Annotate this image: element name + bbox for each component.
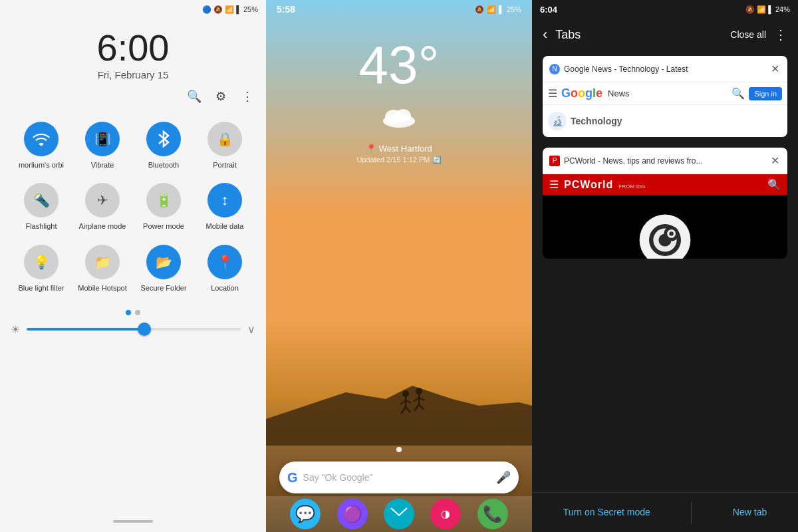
google-g-logo: G bbox=[287, 470, 298, 485]
qs-flashlight[interactable]: 🔦 Flashlight bbox=[11, 176, 72, 237]
bluetooth-icon: 🔵 bbox=[202, 5, 211, 14]
pcw-steam-content bbox=[543, 195, 787, 259]
tab-preview-google-news: ☰ Google News 🔍 Sign in 🔬 Technology bbox=[543, 82, 787, 137]
tab-header-google-news: N Google News - Technology - Latest ✕ bbox=[543, 56, 787, 82]
tab-google-news[interactable]: N Google News - Technology - Latest ✕ ☰ … bbox=[543, 56, 787, 137]
new-tab-button[interactable]: New tab bbox=[733, 506, 767, 518]
gn-signin-button[interactable]: Sign in bbox=[749, 87, 782, 100]
tab-preview-pcworld: ☰ PCWorld FROM IDG 🔍 bbox=[543, 174, 787, 259]
status-bar-panel1: 🔵 🔕 📶 ▌ 25% bbox=[0, 0, 266, 19]
brightness-expand-icon[interactable]: ∨ bbox=[247, 323, 255, 336]
brightness-thumb[interactable] bbox=[138, 323, 151, 336]
portrait-tile-icon: 🔒 bbox=[207, 122, 242, 156]
status-time-3: 6:04 bbox=[540, 5, 557, 15]
mute-icon: 🔕 bbox=[213, 5, 223, 14]
signal-icon: ▌ bbox=[236, 5, 241, 13]
signal-icon-2: ▌ bbox=[499, 5, 504, 13]
pcw-menu-icon: ☰ bbox=[549, 178, 559, 191]
svg-point-4 bbox=[402, 390, 409, 397]
status-time-2: 5:58 bbox=[277, 4, 295, 15]
secret-mode-button[interactable]: Turn on Secret mode bbox=[563, 506, 650, 518]
weather-cloud-icon bbox=[379, 98, 419, 137]
gn-search-icon: 🔍 bbox=[732, 87, 745, 100]
tab-title-google-news: Google News - Technology - Latest bbox=[564, 65, 769, 74]
gn-tech-section: 🔬 Technology bbox=[548, 109, 782, 133]
wifi-icon-3: 📶 bbox=[757, 5, 766, 14]
tabs-bottom-bar: Turn on Secret mode New tab bbox=[532, 492, 798, 532]
qs-location[interactable]: 📍 Location bbox=[194, 238, 255, 299]
svg-point-25 bbox=[669, 231, 673, 235]
svg-text:◑: ◑ bbox=[441, 508, 450, 519]
microphone-icon[interactable]: 🎤 bbox=[496, 470, 511, 485]
page-dot-center bbox=[396, 447, 402, 452]
dock-app4[interactable]: ◑ bbox=[430, 499, 461, 529]
weather-location: 📍 West Hartford Updated 2/15 1:12 PM 🔄 bbox=[356, 144, 441, 164]
more-options-icon[interactable]: ⋮ bbox=[239, 88, 255, 104]
airplane-tile-icon: ✈ bbox=[85, 183, 120, 217]
qs-hotspot[interactable]: 📁 Mobile Hotspot bbox=[72, 238, 133, 299]
tab-close-google-news[interactable]: ✕ bbox=[769, 61, 781, 76]
dock-phone[interactable]: 📞 bbox=[477, 499, 508, 529]
quick-settings-panel: 🔵 🔕 📶 ▌ 25% 6:00 Fri, February 15 🔍 ⚙ ⋮ … bbox=[0, 0, 266, 532]
dot-2 bbox=[135, 310, 140, 315]
securefolder-tile-icon: 📂 bbox=[146, 245, 181, 279]
home-screen-panel: 5:58 🔕 📶 ▌ 25% 43° 📍 West Hartford Updat… bbox=[266, 0, 532, 532]
qs-airplane-label: Airplane mode bbox=[79, 221, 126, 231]
tabs-header: ‹ Tabs Close all ⋮ bbox=[532, 19, 798, 51]
weather-widget: 43° 📍 West Hartford Updated 2/15 1:12 PM… bbox=[266, 19, 532, 164]
app-dock: 💬 🟣 ◑ 📞 bbox=[266, 496, 532, 532]
qs-securefolder[interactable]: 📂 Secure Folder bbox=[133, 238, 194, 299]
qs-mobiledata[interactable]: ↕ Mobile data bbox=[194, 176, 255, 237]
qs-bluetooth-label: Bluetooth bbox=[148, 160, 179, 170]
gn-news-label: News bbox=[608, 88, 630, 98]
more-options-button[interactable]: ⋮ bbox=[774, 27, 787, 43]
svg-marker-3 bbox=[266, 386, 532, 446]
quick-settings-grid: morlium's orbi 📳 Vibrate Bluetooth 🔒 Por… bbox=[0, 110, 266, 305]
dock-messages[interactable]: 💬 bbox=[290, 499, 321, 529]
clock-time: 6:00 bbox=[0, 29, 266, 66]
weather-updated-label: Updated 2/15 1:12 PM 🔄 bbox=[356, 156, 441, 164]
brightness-slider[interactable] bbox=[27, 328, 241, 331]
qs-mobiledata-label: Mobile data bbox=[206, 221, 244, 231]
brightness-control[interactable]: ☀ ∨ bbox=[0, 321, 266, 341]
search-icon[interactable]: 🔍 bbox=[186, 88, 202, 104]
hotspot-tile-icon: 📁 bbox=[85, 245, 120, 279]
tabs-bottom-divider bbox=[691, 502, 692, 523]
location-pin-label: 📍 West Hartford bbox=[366, 144, 432, 154]
gn-tech-label-text: Technology bbox=[571, 116, 622, 126]
google-search-bar[interactable]: G Say "Ok Google" 🎤 bbox=[279, 462, 519, 493]
mute-icon-2: 🔕 bbox=[475, 5, 484, 14]
status-icons-2: 🔕 📶 ▌ 25% bbox=[475, 5, 521, 14]
qs-wifi[interactable]: morlium's orbi bbox=[11, 115, 72, 176]
tabs-list: N Google News - Technology - Latest ✕ ☰ … bbox=[532, 51, 798, 492]
home-bar bbox=[0, 511, 266, 532]
mobiledata-tile-icon: ↕ bbox=[207, 183, 242, 217]
qs-vibrate[interactable]: 📳 Vibrate bbox=[72, 115, 133, 176]
wifi-icon-2: 📶 bbox=[487, 5, 496, 14]
qs-powermode[interactable]: 🔋 Power mode bbox=[133, 176, 194, 237]
google-news-logo: Google bbox=[561, 86, 602, 100]
tab-pcworld[interactable]: P PCWorld - News, tips and reviews fro..… bbox=[543, 148, 787, 259]
qs-bluelight[interactable]: 💡 Blue light filter bbox=[11, 238, 72, 299]
qs-bluelight-label: Blue light filter bbox=[18, 283, 64, 293]
qs-hotspot-label: Mobile Hotspot bbox=[78, 283, 126, 293]
home-indicator[interactable] bbox=[113, 520, 153, 523]
browser-tabs-panel: 6:04 🔕 📶 ▌ 24% ‹ Tabs Close all ⋮ N Goog… bbox=[532, 0, 798, 532]
qs-portrait[interactable]: 🔒 Portrait bbox=[194, 115, 255, 176]
settings-icon[interactable]: ⚙ bbox=[213, 88, 229, 104]
qs-portrait-label: Portrait bbox=[213, 160, 236, 170]
dock-email[interactable] bbox=[384, 499, 414, 529]
close-all-button[interactable]: Close all bbox=[730, 29, 766, 40]
wifi-tile-icon bbox=[24, 122, 59, 156]
pcw-from-idg: FROM IDG bbox=[618, 184, 645, 190]
dock-galaxy[interactable]: 🟣 bbox=[337, 499, 368, 529]
clock-date: Fri, February 15 bbox=[0, 69, 266, 80]
page-indicator bbox=[0, 305, 266, 321]
search-placeholder-text: Say "Ok Google" bbox=[303, 472, 496, 483]
qs-airplane[interactable]: ✈ Airplane mode bbox=[72, 176, 133, 237]
svg-point-2 bbox=[395, 109, 411, 122]
gn-tech-icon: 🔬 bbox=[548, 112, 567, 130]
tab-close-pcworld[interactable]: ✕ bbox=[769, 153, 781, 168]
back-button[interactable]: ‹ bbox=[543, 26, 547, 43]
qs-bluetooth[interactable]: Bluetooth bbox=[133, 115, 194, 176]
